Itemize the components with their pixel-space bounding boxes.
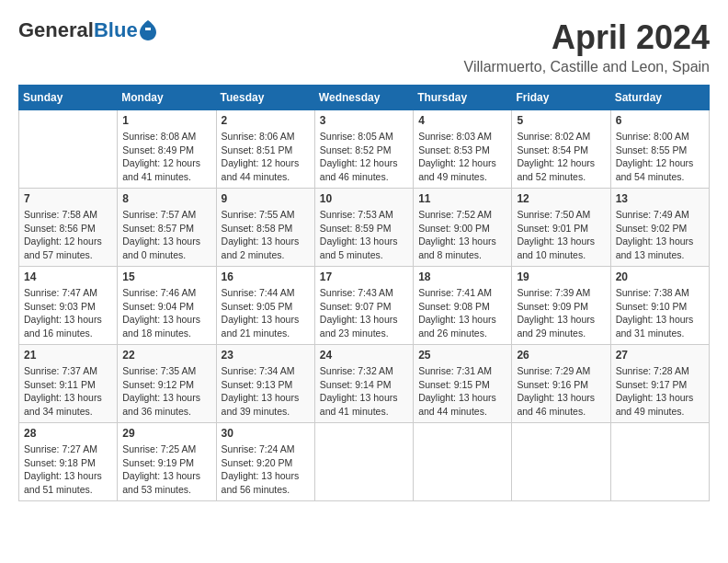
day-info: Sunrise: 7:49 AMSunset: 9:02 PMDaylight:… xyxy=(616,208,704,262)
calendar-header-tuesday: Tuesday xyxy=(216,86,314,110)
day-info: Sunrise: 7:50 AMSunset: 9:01 PMDaylight:… xyxy=(517,208,605,262)
calendar-cell: 3Sunrise: 8:05 AMSunset: 8:52 PMDaylight… xyxy=(314,110,413,189)
day-number: 8 xyxy=(122,192,210,205)
day-number: 15 xyxy=(122,270,210,283)
calendar-cell: 18Sunrise: 7:41 AMSunset: 9:08 PMDayligh… xyxy=(414,267,512,345)
calendar-cell: 6Sunrise: 8:00 AMSunset: 8:55 PMDaylight… xyxy=(610,110,709,189)
day-number: 21 xyxy=(24,349,112,362)
day-number: 13 xyxy=(616,192,704,205)
day-info: Sunrise: 7:34 AMSunset: 9:13 PMDaylight:… xyxy=(222,364,310,419)
day-info: Sunrise: 7:47 AMSunset: 9:03 PMDaylight:… xyxy=(24,286,112,340)
calendar-header-saturday: Saturday xyxy=(610,86,709,110)
calendar-week-row: 14Sunrise: 7:47 AMSunset: 9:03 PMDayligh… xyxy=(19,267,710,345)
calendar-header-friday: Friday xyxy=(512,86,610,110)
day-number: 26 xyxy=(517,349,605,362)
day-info: Sunrise: 7:29 AMSunset: 9:16 PMDaylight:… xyxy=(517,364,605,419)
day-number: 9 xyxy=(222,192,310,205)
day-info: Sunrise: 7:58 AMSunset: 8:56 PMDaylight:… xyxy=(24,208,112,262)
calendar-cell: 8Sunrise: 7:57 AMSunset: 8:57 PMDaylight… xyxy=(118,189,216,267)
calendar-cell xyxy=(314,423,413,501)
calendar-cell: 5Sunrise: 8:02 AMSunset: 8:54 PMDaylight… xyxy=(512,110,610,189)
calendar-cell: 22Sunrise: 7:35 AMSunset: 9:12 PMDayligh… xyxy=(118,345,216,423)
day-number: 16 xyxy=(222,270,310,283)
day-info: Sunrise: 8:03 AMSunset: 8:53 PMDaylight:… xyxy=(418,130,506,184)
day-info: Sunrise: 7:32 AMSunset: 9:14 PMDaylight:… xyxy=(320,364,408,419)
day-info: Sunrise: 7:39 AMSunset: 9:09 PMDaylight:… xyxy=(517,286,605,340)
month-title: April 2024 xyxy=(464,18,710,57)
calendar-table: SundayMondayTuesdayWednesdayThursdayFrid… xyxy=(18,85,710,501)
day-number: 22 xyxy=(122,349,210,362)
day-number: 7 xyxy=(24,192,112,205)
calendar-cell: 29Sunrise: 7:25 AMSunset: 9:19 PMDayligh… xyxy=(118,423,216,501)
calendar-cell: 21Sunrise: 7:37 AMSunset: 9:11 PMDayligh… xyxy=(19,345,118,423)
calendar-cell: 12Sunrise: 7:50 AMSunset: 9:01 PMDayligh… xyxy=(512,189,610,267)
location-subtitle: Villarmuerto, Castille and Leon, Spain xyxy=(464,59,710,75)
calendar-cell xyxy=(610,423,709,501)
day-info: Sunrise: 7:24 AMSunset: 9:20 PMDaylight:… xyxy=(222,442,310,497)
day-number: 27 xyxy=(616,349,704,362)
calendar-cell: 25Sunrise: 7:31 AMSunset: 9:15 PMDayligh… xyxy=(414,345,512,423)
calendar-cell: 27Sunrise: 7:28 AMSunset: 9:17 PMDayligh… xyxy=(610,345,709,423)
day-number: 3 xyxy=(320,114,408,127)
title-block: April 2024 Villarmuerto, Castille and Le… xyxy=(464,18,710,75)
calendar-cell xyxy=(414,423,512,501)
day-info: Sunrise: 8:08 AMSunset: 8:49 PMDaylight:… xyxy=(122,130,210,184)
calendar-cell: 14Sunrise: 7:47 AMSunset: 9:03 PMDayligh… xyxy=(19,267,118,345)
day-number: 1 xyxy=(122,114,210,127)
day-info: Sunrise: 7:44 AMSunset: 9:05 PMDaylight:… xyxy=(222,286,310,340)
calendar-cell: 9Sunrise: 7:55 AMSunset: 8:58 PMDaylight… xyxy=(216,189,314,267)
calendar-header-thursday: Thursday xyxy=(414,86,512,110)
calendar-week-row: 21Sunrise: 7:37 AMSunset: 9:11 PMDayligh… xyxy=(19,345,710,423)
day-info: Sunrise: 7:55 AMSunset: 8:58 PMDaylight:… xyxy=(222,208,310,262)
day-info: Sunrise: 8:02 AMSunset: 8:54 PMDaylight:… xyxy=(517,130,605,184)
day-number: 18 xyxy=(418,270,506,283)
day-info: Sunrise: 7:46 AMSunset: 9:04 PMDaylight:… xyxy=(122,286,210,340)
day-info: Sunrise: 8:00 AMSunset: 8:55 PMDaylight:… xyxy=(616,130,704,184)
day-number: 23 xyxy=(222,349,310,362)
day-info: Sunrise: 8:06 AMSunset: 8:51 PMDaylight:… xyxy=(222,130,310,184)
day-info: Sunrise: 7:31 AMSunset: 9:15 PMDaylight:… xyxy=(418,364,506,419)
calendar-cell xyxy=(19,110,118,189)
day-info: Sunrise: 7:43 AMSunset: 9:07 PMDaylight:… xyxy=(320,286,408,340)
day-info: Sunrise: 7:38 AMSunset: 9:10 PMDaylight:… xyxy=(616,286,704,340)
day-info: Sunrise: 7:41 AMSunset: 9:08 PMDaylight:… xyxy=(418,286,506,340)
calendar-header-wednesday: Wednesday xyxy=(314,86,413,110)
day-number: 12 xyxy=(517,192,605,205)
calendar-cell: 10Sunrise: 7:53 AMSunset: 8:59 PMDayligh… xyxy=(314,189,413,267)
calendar-cell: 1Sunrise: 8:08 AMSunset: 8:49 PMDaylight… xyxy=(118,110,216,189)
logo: GeneralBlue xyxy=(18,18,156,42)
day-info: Sunrise: 7:28 AMSunset: 9:17 PMDaylight:… xyxy=(616,364,704,419)
day-number: 11 xyxy=(418,192,506,205)
day-info: Sunrise: 7:53 AMSunset: 8:59 PMDaylight:… xyxy=(320,208,408,262)
day-info: Sunrise: 7:25 AMSunset: 9:19 PMDaylight:… xyxy=(122,442,210,497)
day-number: 14 xyxy=(24,270,112,283)
calendar-cell: 23Sunrise: 7:34 AMSunset: 9:13 PMDayligh… xyxy=(216,345,314,423)
day-number: 29 xyxy=(122,427,210,440)
day-number: 6 xyxy=(616,114,704,127)
day-number: 17 xyxy=(320,270,408,283)
calendar-header-monday: Monday xyxy=(118,86,216,110)
calendar-cell: 2Sunrise: 8:06 AMSunset: 8:51 PMDaylight… xyxy=(216,110,314,189)
day-number: 5 xyxy=(517,114,605,127)
logo-general-text: General xyxy=(18,18,94,42)
calendar-cell: 19Sunrise: 7:39 AMSunset: 9:09 PMDayligh… xyxy=(512,267,610,345)
calendar-cell: 15Sunrise: 7:46 AMSunset: 9:04 PMDayligh… xyxy=(118,267,216,345)
day-number: 28 xyxy=(24,427,112,440)
calendar-cell: 17Sunrise: 7:43 AMSunset: 9:07 PMDayligh… xyxy=(314,267,413,345)
day-info: Sunrise: 7:35 AMSunset: 9:12 PMDaylight:… xyxy=(122,364,210,419)
calendar-cell: 28Sunrise: 7:27 AMSunset: 9:18 PMDayligh… xyxy=(19,423,118,501)
calendar-cell: 13Sunrise: 7:49 AMSunset: 9:02 PMDayligh… xyxy=(610,189,709,267)
calendar-cell: 11Sunrise: 7:52 AMSunset: 9:00 PMDayligh… xyxy=(414,189,512,267)
calendar-cell: 26Sunrise: 7:29 AMSunset: 9:16 PMDayligh… xyxy=(512,345,610,423)
calendar-cell: 30Sunrise: 7:24 AMSunset: 9:20 PMDayligh… xyxy=(216,423,314,501)
day-number: 30 xyxy=(222,427,310,440)
day-info: Sunrise: 7:52 AMSunset: 9:00 PMDaylight:… xyxy=(418,208,506,262)
calendar-cell: 7Sunrise: 7:58 AMSunset: 8:56 PMDaylight… xyxy=(19,189,118,267)
calendar-week-row: 7Sunrise: 7:58 AMSunset: 8:56 PMDaylight… xyxy=(19,189,710,267)
day-info: Sunrise: 7:57 AMSunset: 8:57 PMDaylight:… xyxy=(122,208,210,262)
calendar-week-row: 1Sunrise: 8:08 AMSunset: 8:49 PMDaylight… xyxy=(19,110,710,189)
day-number: 25 xyxy=(418,349,506,362)
day-info: Sunrise: 7:27 AMSunset: 9:18 PMDaylight:… xyxy=(24,442,112,497)
logo-icon xyxy=(140,20,156,40)
day-number: 10 xyxy=(320,192,408,205)
